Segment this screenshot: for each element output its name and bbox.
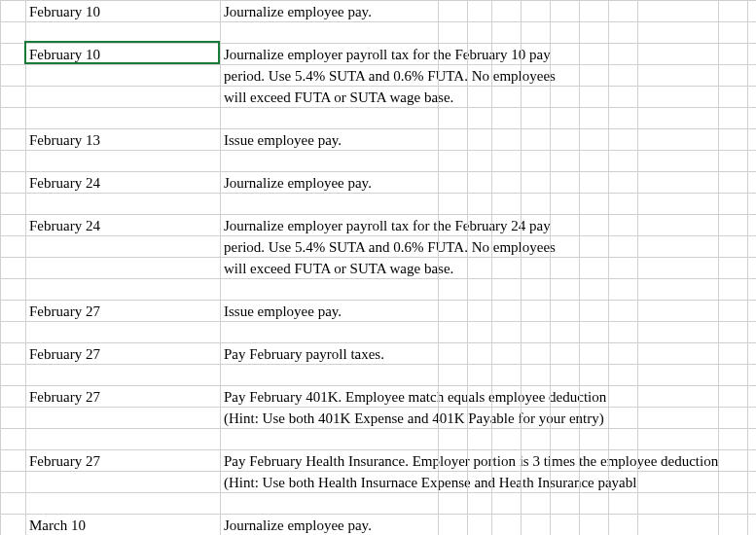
description-cell[interactable]: will exceed FUTA or SUTA wage base. — [220, 258, 736, 280]
gridline-horizontal — [0, 235, 756, 236]
description-cell[interactable]: Journalize employee pay. — [220, 515, 736, 535]
description-cell[interactable]: (Hint: Use both 401K Expense and 401K Pa… — [220, 408, 736, 430]
date-cell[interactable]: February 10 — [25, 1, 215, 23]
description-cell[interactable]: Pay February Health Insurance. Employer … — [220, 450, 736, 473]
date-cell[interactable]: February 27 — [25, 450, 215, 473]
date-cell[interactable]: February 13 — [25, 129, 215, 152]
gridline-horizontal — [0, 492, 756, 493]
gridline-horizontal — [0, 64, 756, 65]
gridline-horizontal — [0, 385, 756, 386]
gridline-vertical — [25, 0, 26, 535]
gridline-horizontal — [0, 107, 756, 108]
gridline-horizontal — [0, 514, 756, 515]
gridline-horizontal — [0, 86, 756, 87]
gridline-horizontal — [0, 150, 756, 151]
gridline-vertical — [220, 0, 221, 535]
gridline-vertical — [579, 0, 580, 535]
gridline-horizontal — [0, 342, 756, 343]
description-cell[interactable]: Journalize employee pay. — [220, 1, 736, 23]
date-cell[interactable]: February 10 — [25, 44, 215, 66]
gridline-horizontal — [0, 364, 756, 365]
gridline-vertical — [521, 0, 522, 535]
date-cell[interactable]: February 24 — [25, 215, 215, 237]
gridline-horizontal — [0, 407, 756, 408]
gridline-vertical — [438, 0, 439, 535]
description-cell[interactable]: will exceed FUTA or SUTA wage base. — [220, 87, 736, 109]
gridline-horizontal — [0, 449, 756, 450]
date-cell[interactable]: February 27 — [25, 386, 215, 409]
date-cell[interactable]: February 27 — [25, 301, 215, 323]
gridline-horizontal — [0, 278, 756, 279]
gridline-horizontal — [0, 471, 756, 472]
gridline-vertical — [467, 0, 468, 535]
gridline-horizontal — [0, 214, 756, 215]
gridline-horizontal — [0, 21, 756, 22]
gridline-horizontal — [0, 193, 756, 194]
date-cell[interactable]: February 24 — [25, 172, 215, 195]
description-cell[interactable]: Journalize employer payroll tax for the … — [220, 215, 736, 237]
description-cell[interactable]: Pay February 401K. Employee match equals… — [220, 386, 736, 409]
description-cell[interactable]: Issue employee pay. — [220, 129, 736, 152]
description-cell[interactable]: period. Use 5.4% SUTA and 0.6% FUTA. No … — [220, 236, 736, 259]
gridline-horizontal — [0, 321, 756, 322]
gridline-horizontal — [0, 128, 756, 129]
description-cell[interactable]: Journalize employer payroll tax for the … — [220, 44, 736, 66]
gridline-horizontal — [0, 428, 756, 429]
gridline-horizontal — [0, 0, 756, 1]
date-cell[interactable]: March 10 — [25, 515, 215, 535]
spreadsheet-grid[interactable]: February 10Journalize employee pay.Febru… — [0, 0, 756, 535]
description-cell[interactable]: (Hint: Use both Health Insurnace Expense… — [220, 472, 736, 494]
description-cell[interactable]: Pay February payroll taxes. — [220, 343, 736, 366]
gridline-vertical — [608, 0, 609, 535]
description-cell[interactable]: Journalize employee pay. — [220, 172, 736, 195]
gridline-horizontal — [0, 300, 756, 301]
gridline-horizontal — [0, 43, 756, 44]
gridline-vertical — [491, 0, 492, 535]
gridline-vertical — [718, 0, 719, 535]
gridline-vertical — [0, 0, 1, 535]
gridline-vertical — [637, 0, 638, 535]
gridline-horizontal — [0, 171, 756, 172]
date-cell[interactable]: February 27 — [25, 343, 215, 366]
description-cell[interactable]: Issue employee pay. — [220, 301, 736, 323]
gridline-horizontal — [0, 257, 756, 258]
gridline-vertical — [747, 0, 748, 535]
gridline-vertical — [550, 0, 551, 535]
description-cell[interactable]: period. Use 5.4% SUTA and 0.6% FUTA. No … — [220, 65, 736, 88]
